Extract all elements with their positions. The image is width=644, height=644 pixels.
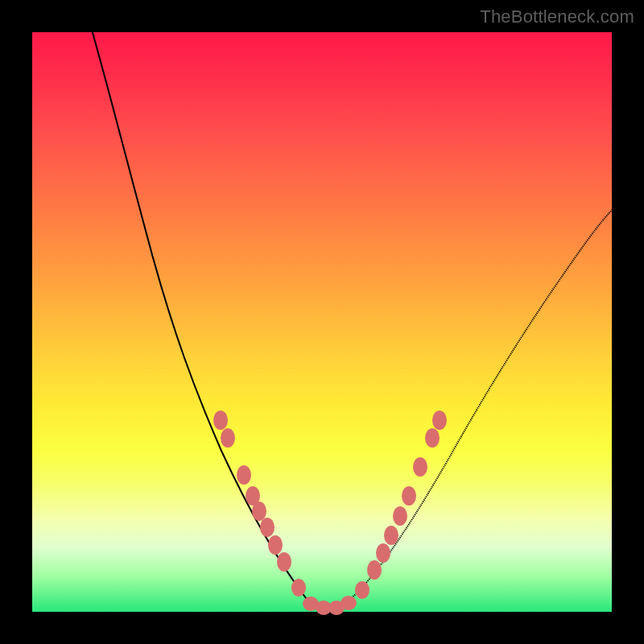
bead-right (432, 411, 447, 430)
bead-left (237, 465, 251, 485)
bead-right (367, 560, 382, 580)
beads-bottom-group (303, 596, 357, 615)
bead-left (252, 502, 266, 521)
bead-left (268, 535, 283, 555)
beads-left-group (213, 411, 306, 597)
plot-area (32, 32, 612, 612)
beads-right-group (355, 411, 447, 599)
bead-right (393, 506, 407, 526)
bead-right (402, 486, 416, 506)
bead-right (376, 543, 390, 563)
bead-bottom (341, 596, 357, 610)
bead-left (291, 579, 306, 597)
bead-left (213, 411, 228, 430)
bead-right (425, 428, 440, 448)
bead-left (277, 552, 291, 572)
bead-left (221, 428, 235, 448)
watermark-text: TheBottleneck.com (480, 6, 634, 27)
bottleneck-curve-left (90, 24, 326, 610)
bead-right (355, 581, 369, 599)
chart-overlay-svg (32, 32, 612, 612)
bottleneck-curve-right (326, 207, 615, 610)
bead-right (384, 526, 398, 545)
bead-left (260, 518, 275, 537)
bead-right (413, 457, 427, 477)
chart-frame: TheBottleneck.com (0, 0, 644, 644)
